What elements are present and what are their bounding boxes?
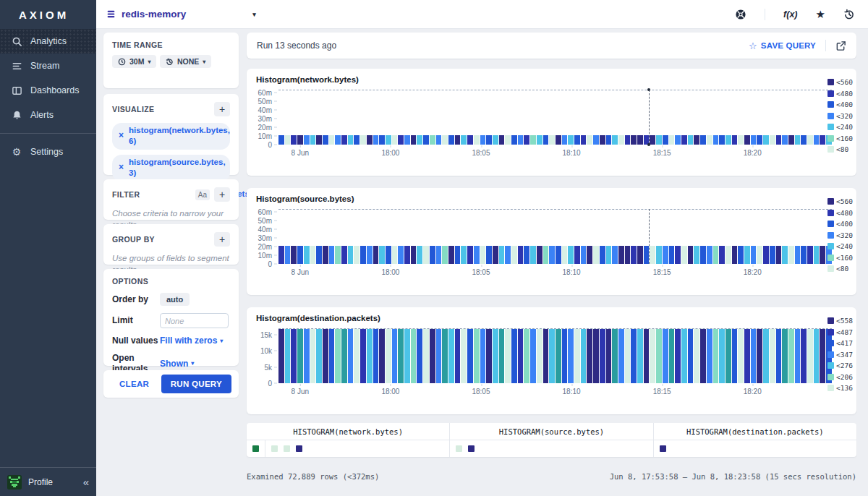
bar[interactable] [373, 329, 379, 383]
visualize-chip[interactable]: ×histogram(network.bytes, 6) [112, 123, 230, 150]
bar[interactable] [398, 329, 404, 383]
bar[interactable] [310, 329, 316, 383]
bar[interactable] [386, 329, 391, 383]
bar[interactable] [367, 246, 373, 264]
bar[interactable] [587, 135, 592, 145]
bar[interactable] [386, 135, 391, 145]
bar[interactable] [486, 246, 492, 264]
bar[interactable] [581, 246, 587, 264]
bar[interactable] [757, 246, 762, 264]
bar[interactable] [618, 329, 624, 383]
bar[interactable] [486, 329, 492, 383]
bar[interactable] [430, 329, 435, 383]
legend-item[interactable]: <480 [827, 90, 853, 98]
legend-item[interactable]: <558 [827, 317, 853, 325]
bar[interactable] [719, 246, 725, 264]
bar[interactable] [788, 246, 794, 264]
bar[interactable] [367, 135, 373, 145]
bar[interactable] [543, 246, 549, 264]
bar[interactable] [656, 329, 662, 383]
bar[interactable] [360, 329, 366, 383]
bar[interactable] [474, 246, 480, 264]
bar[interactable] [707, 246, 712, 264]
legend-item[interactable]: <487 [827, 328, 853, 336]
bar[interactable] [549, 246, 555, 264]
bar[interactable] [669, 246, 675, 264]
add-visualization-button[interactable]: + [214, 102, 230, 116]
bar[interactable] [681, 135, 687, 145]
bar[interactable] [770, 246, 775, 264]
bar[interactable] [316, 135, 322, 145]
bar[interactable] [461, 246, 467, 264]
bar[interactable] [751, 135, 757, 145]
bar[interactable] [354, 246, 359, 264]
add-filter-button[interactable]: + [214, 187, 230, 202]
bar[interactable] [637, 329, 643, 383]
bar[interactable] [430, 135, 435, 145]
bar[interactable] [511, 246, 517, 264]
bar[interactable] [291, 246, 297, 264]
bar[interactable] [593, 135, 599, 145]
bar[interactable] [537, 329, 542, 383]
bar[interactable] [373, 246, 379, 264]
legend-item[interactable]: <136 [827, 384, 853, 392]
bar[interactable] [562, 246, 568, 264]
bar[interactable] [637, 135, 643, 145]
bar[interactable] [820, 329, 825, 383]
bar[interactable] [568, 246, 574, 264]
bar[interactable] [814, 246, 820, 264]
bar[interactable] [795, 246, 801, 264]
bar[interactable] [448, 135, 454, 145]
bar[interactable] [417, 246, 422, 264]
bar[interactable] [713, 329, 719, 383]
bar[interactable] [656, 246, 662, 264]
chevrons-left-icon[interactable]: « [83, 476, 89, 488]
bar[interactable] [285, 246, 291, 264]
bar[interactable] [341, 135, 347, 145]
bar[interactable] [348, 135, 354, 145]
bar[interactable] [593, 329, 599, 383]
bar[interactable] [631, 135, 637, 145]
dataset-selector[interactable]: redis-memory ▾ [106, 9, 256, 20]
bar[interactable] [694, 246, 699, 264]
bar[interactable] [568, 135, 574, 145]
bar[interactable] [606, 329, 612, 383]
bar[interactable] [707, 329, 712, 383]
bar[interactable] [732, 135, 738, 145]
legend-item[interactable]: <80 [827, 265, 853, 273]
run-query-button[interactable]: RUN QUERY [161, 375, 231, 393]
bar[interactable] [675, 246, 681, 264]
bar[interactable] [600, 135, 605, 145]
bar[interactable] [480, 329, 486, 383]
bar[interactable] [398, 246, 404, 264]
order-by-select[interactable]: auto [160, 293, 190, 306]
bar[interactable] [763, 246, 769, 264]
bar[interactable] [392, 329, 398, 383]
bar[interactable] [323, 246, 328, 264]
bar[interactable] [304, 329, 310, 383]
bar[interactable] [568, 329, 574, 383]
bar[interactable] [392, 246, 398, 264]
bar[interactable] [726, 329, 731, 383]
bar[interactable] [656, 135, 662, 145]
bar[interactable] [291, 135, 297, 145]
bar[interactable] [323, 329, 328, 383]
bar[interactable] [625, 246, 631, 264]
bar[interactable] [474, 135, 480, 145]
limit-input[interactable] [160, 313, 229, 328]
bar[interactable] [549, 135, 555, 145]
bar[interactable] [505, 246, 511, 264]
bar[interactable] [411, 135, 417, 145]
help-icon[interactable] [735, 9, 746, 20]
bar[interactable] [341, 329, 347, 383]
legend-item[interactable]: <160 [827, 254, 853, 262]
bar[interactable] [807, 329, 813, 383]
bar[interactable] [524, 135, 529, 145]
bar[interactable] [606, 246, 612, 264]
bar[interactable] [404, 246, 410, 264]
bar[interactable] [688, 135, 694, 145]
bar[interactable] [820, 246, 825, 264]
history-icon[interactable] [843, 9, 855, 20]
bar[interactable] [467, 135, 473, 145]
bar[interactable] [285, 329, 291, 383]
